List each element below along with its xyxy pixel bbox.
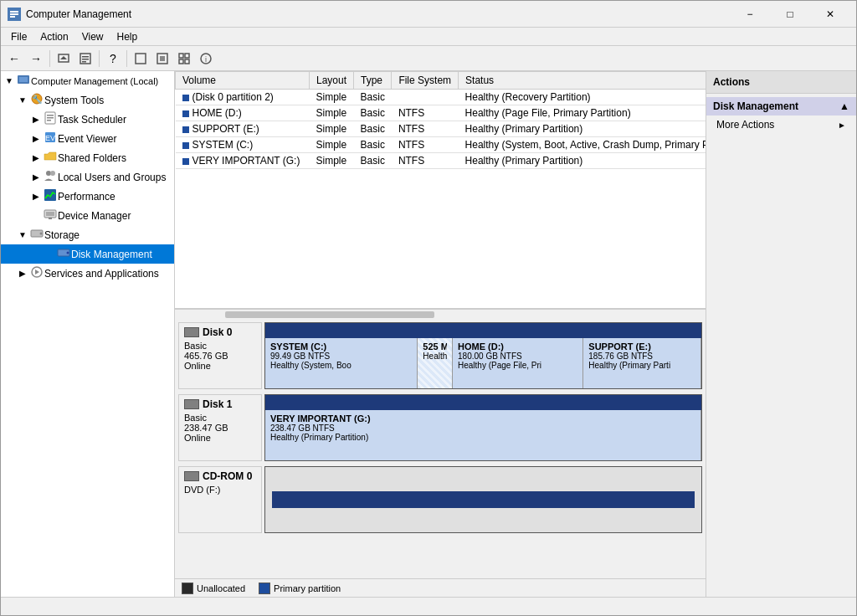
sidebar: ▼ Computer Management (Local) ▼ 🔧 System… bbox=[1, 71, 175, 597]
svg-rect-14 bbox=[179, 59, 183, 64]
tree-item-task-scheduler[interactable]: ▶ Task Scheduler bbox=[1, 110, 174, 129]
cell-layout: Simple bbox=[310, 137, 354, 153]
legend: Unallocated Primary partition bbox=[175, 578, 706, 597]
partition-status: Healthy (Primary Parti bbox=[588, 361, 695, 370]
actions-disk-mgmt-title[interactable]: Disk Management ▲ bbox=[706, 97, 856, 116]
cell-volume: HOME (D:) bbox=[176, 105, 310, 121]
help-button[interactable]: ? bbox=[103, 49, 123, 69]
col-layout[interactable]: Layout bbox=[310, 72, 354, 90]
partition-size: 185.76 GB NTFS bbox=[588, 352, 695, 361]
table-row[interactable]: (Disk 0 partition 2) Simple Basic Health… bbox=[176, 90, 706, 105]
disk-size: 465.76 GB bbox=[184, 351, 256, 361]
partition-name: SUPPORT (E:) bbox=[588, 341, 695, 352]
expand-system-tools[interactable]: ▼ bbox=[16, 95, 29, 105]
tree-item-services[interactable]: ▶ Services and Applications bbox=[1, 264, 174, 283]
task-icon bbox=[43, 111, 58, 127]
tree-item-performance[interactable]: ▶ Performance bbox=[1, 187, 174, 206]
expand-local-users[interactable]: ▶ bbox=[29, 172, 43, 182]
partition-status: Healthy (Page File, Pri bbox=[458, 361, 577, 370]
tree-item-local-users[interactable]: ▶ Local Users and Groups bbox=[1, 167, 174, 187]
toolbar-btn5[interactable] bbox=[131, 49, 151, 69]
toolbar-btn6[interactable] bbox=[152, 49, 172, 69]
task-scheduler-label: Task Scheduler bbox=[58, 114, 174, 126]
col-volume[interactable]: Volume bbox=[176, 72, 310, 90]
cell-layout: Simple bbox=[310, 90, 354, 105]
menu-help[interactable]: Help bbox=[110, 29, 145, 44]
performance-label: Performance bbox=[58, 191, 174, 203]
partition-status: Healthy (System, Boo bbox=[270, 361, 412, 370]
disk-type: Basic bbox=[184, 413, 256, 423]
partition[interactable]: 525 MB Healthy (F bbox=[418, 338, 453, 388]
expand-event[interactable]: ▶ bbox=[29, 134, 43, 143]
maximize-button[interactable]: □ bbox=[771, 1, 809, 28]
disk-status: Online bbox=[184, 361, 256, 371]
toolbar-btn8[interactable]: i bbox=[196, 49, 216, 69]
table-row[interactable]: HOME (D:) Simple Basic NTFS Healthy (Pag… bbox=[176, 105, 706, 121]
cell-status: Healthy (System, Boot, Active, Crash Dum… bbox=[459, 137, 706, 153]
tree-item-shared-folders[interactable]: ▶ Shared Folders bbox=[1, 148, 174, 167]
title-bar: Computer Management − □ ✕ bbox=[1, 1, 856, 28]
svg-rect-30 bbox=[44, 189, 56, 201]
svg-rect-13 bbox=[185, 54, 189, 58]
main-content: ▼ Computer Management (Local) ▼ 🔧 System… bbox=[1, 71, 856, 597]
volume-table: Volume Layout Type File System Status (D… bbox=[175, 71, 706, 169]
device-manager-label: Device Manager bbox=[58, 210, 174, 222]
tree-item-disk-management[interactable]: Disk Management bbox=[1, 244, 174, 264]
table-row[interactable]: SUPPORT (E:) Simple Basic NTFS Healthy (… bbox=[176, 121, 706, 137]
svg-rect-24 bbox=[47, 117, 54, 119]
toolbar-btn7[interactable] bbox=[174, 49, 194, 69]
menu-action[interactable]: Action bbox=[33, 29, 74, 44]
partition[interactable]: SYSTEM (C:) 99.49 GB NTFS Healthy (Syste… bbox=[265, 338, 418, 388]
expand-task[interactable]: ▶ bbox=[29, 115, 43, 124]
expand-services[interactable]: ▶ bbox=[16, 269, 29, 278]
volume-table-area[interactable]: Volume Layout Type File System Status (D… bbox=[175, 71, 706, 309]
svg-rect-23 bbox=[47, 115, 54, 116]
right-panel: Volume Layout Type File System Status (D… bbox=[175, 71, 856, 597]
cell-type: Basic bbox=[354, 137, 392, 153]
disk-visual-area[interactable]: Disk 0 Basic 465.76 GB Online SYSTEM (C:… bbox=[175, 319, 706, 578]
window-title: Computer Management bbox=[26, 8, 731, 20]
scroll-thumb[interactable] bbox=[225, 311, 434, 318]
status-bar bbox=[1, 597, 856, 615]
col-filesystem[interactable]: File System bbox=[392, 72, 459, 90]
partitions-container: SYSTEM (C:) 99.49 GB NTFS Healthy (Syste… bbox=[264, 322, 702, 389]
back-button[interactable]: ← bbox=[4, 49, 24, 69]
partition[interactable]: HOME (D:) 180.00 GB NTFS Healthy (Page F… bbox=[453, 338, 583, 388]
col-status[interactable]: Status bbox=[459, 72, 706, 90]
toolbar: ← → ? i bbox=[1, 46, 856, 71]
col-type[interactable]: Type bbox=[354, 72, 392, 90]
partition[interactable]: SUPPORT (E:) 185.76 GB NTFS Healthy (Pri… bbox=[583, 338, 701, 388]
show-hide-button[interactable] bbox=[75, 49, 95, 69]
tree-item-event-viewer[interactable]: ▶ EV Event Viewer bbox=[1, 129, 174, 148]
partition-size: 99.49 GB NTFS bbox=[270, 352, 412, 361]
menu-view[interactable]: View bbox=[75, 29, 110, 44]
tree-item-device-manager[interactable]: Device Manager bbox=[1, 206, 174, 225]
shared-folders-label: Shared Folders bbox=[58, 152, 174, 164]
table-row[interactable]: VERY IMPORTANT (G:) Simple Basic NTFS He… bbox=[176, 153, 706, 169]
expand-storage[interactable]: ▼ bbox=[16, 230, 29, 239]
up-button[interactable] bbox=[54, 49, 74, 69]
actions-more[interactable]: More Actions ► bbox=[706, 116, 856, 134]
svg-rect-7 bbox=[82, 59, 89, 60]
partition[interactable]: VERY IMPORTANT (G:) 238.47 GB NTFS Healt… bbox=[265, 410, 701, 460]
center-content: Volume Layout Type File System Status (D… bbox=[175, 71, 706, 597]
tree-item-system-tools[interactable]: ▼ 🔧 System Tools bbox=[1, 90, 174, 110]
expand-perf[interactable]: ▶ bbox=[29, 192, 43, 201]
minimize-button[interactable]: − bbox=[731, 1, 769, 28]
cell-status: Healthy (Primary Partition) bbox=[459, 153, 706, 169]
forward-button[interactable]: → bbox=[26, 49, 46, 69]
expand-shared[interactable]: ▶ bbox=[29, 153, 43, 162]
close-button[interactable]: ✕ bbox=[811, 1, 849, 28]
tree-item-root[interactable]: ▼ Computer Management (Local) bbox=[1, 71, 174, 90]
actions-section-name: Disk Management bbox=[713, 100, 798, 112]
storage-label: Storage bbox=[44, 229, 174, 241]
disk-info: CD-ROM 0 DVD (F:) bbox=[178, 466, 262, 533]
table-row[interactable]: SYSTEM (C:) Simple Basic NTFS Healthy (S… bbox=[176, 137, 706, 153]
local-users-icon bbox=[43, 169, 58, 185]
menu-file[interactable]: File bbox=[4, 29, 33, 44]
tree-item-storage[interactable]: ▼ Storage bbox=[1, 225, 174, 244]
horizontal-scrollbar[interactable] bbox=[175, 309, 706, 319]
expand-root[interactable]: ▼ bbox=[3, 76, 16, 85]
storage-icon bbox=[29, 227, 44, 243]
legend-unallocated-label: Unallocated bbox=[197, 583, 245, 593]
